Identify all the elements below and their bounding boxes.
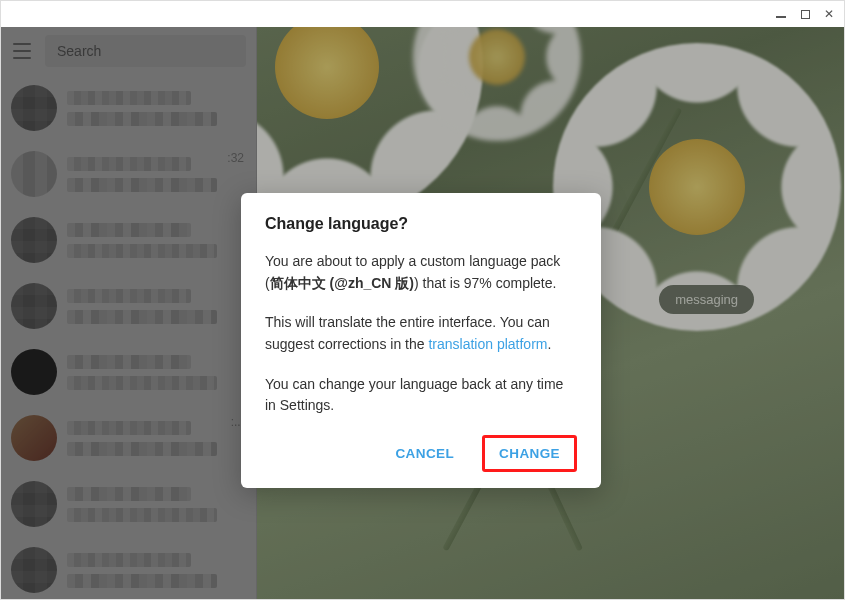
change-button[interactable]: CHANGE	[485, 438, 574, 469]
cancel-button[interactable]: CANCEL	[381, 435, 468, 472]
window-minimize-button[interactable]	[774, 7, 788, 21]
translation-platform-link[interactable]: translation platform	[428, 336, 547, 352]
change-button-highlight: CHANGE	[482, 435, 577, 472]
sidebar-shade	[1, 27, 257, 599]
dialog-body-1: You are about to apply a custom language…	[265, 251, 577, 294]
dialog-body-2: This will translate the entire interface…	[265, 312, 577, 355]
dialog-title: Change language?	[265, 215, 577, 233]
window-maximize-button[interactable]	[798, 7, 812, 21]
window-titlebar	[1, 1, 844, 27]
language-pack-name: 简体中文 (@zh_CN 版)	[270, 275, 414, 291]
change-language-dialog: Change language? You are about to apply …	[241, 193, 601, 488]
dialog-body-3: You can change your language back at any…	[265, 374, 577, 417]
dialog-actions: CANCEL CHANGE	[265, 435, 577, 472]
window-close-button[interactable]	[822, 7, 836, 21]
